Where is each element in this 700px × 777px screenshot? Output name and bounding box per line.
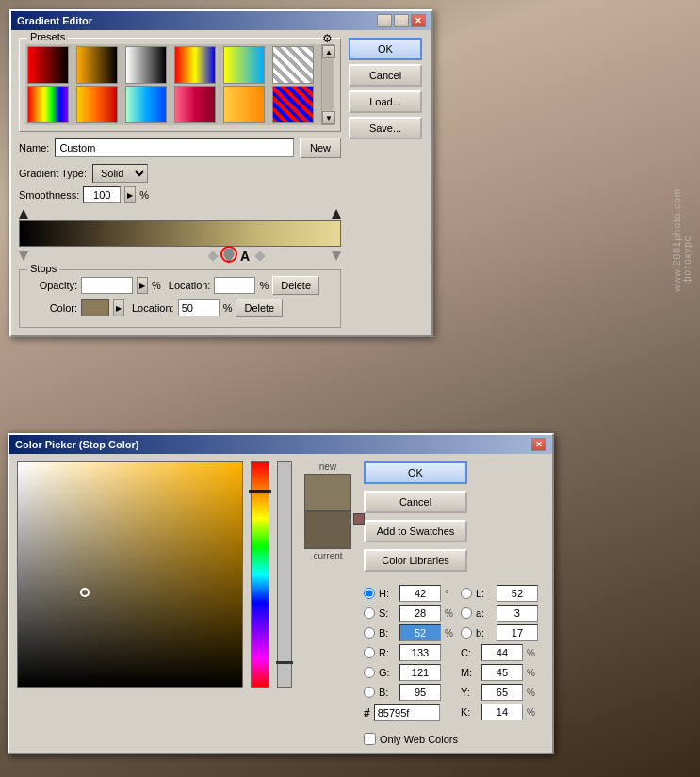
y-label: Y: bbox=[461, 687, 478, 698]
cancel-button[interactable]: Cancel bbox=[349, 64, 422, 87]
ok-button[interactable]: OK bbox=[349, 38, 422, 60]
preset-item[interactable] bbox=[125, 46, 167, 84]
m-input[interactable] bbox=[481, 664, 523, 681]
color-swatch[interactable] bbox=[81, 299, 109, 316]
preset-item[interactable] bbox=[76, 86, 118, 123]
hue-slider[interactable] bbox=[251, 461, 269, 688]
preview-stack bbox=[304, 474, 351, 549]
gradient-bar[interactable] bbox=[19, 220, 341, 247]
preset-item[interactable] bbox=[272, 86, 314, 123]
midpoint-diamond-right[interactable] bbox=[254, 251, 265, 261]
preset-item[interactable] bbox=[272, 46, 314, 84]
smoothness-step-button[interactable]: ▶ bbox=[124, 186, 136, 203]
delete-button-2[interactable]: Delete bbox=[236, 299, 283, 317]
presets-scrollbar[interactable]: ▲ ▼ bbox=[321, 44, 334, 125]
scroll-thumb[interactable] bbox=[323, 59, 333, 110]
close-button[interactable]: ✕ bbox=[411, 14, 426, 27]
picker-cancel-button[interactable]: Cancel bbox=[364, 491, 467, 513]
color-picker-close-button[interactable]: ✕ bbox=[531, 438, 546, 451]
preset-item[interactable] bbox=[223, 86, 265, 123]
preset-item[interactable] bbox=[27, 46, 69, 84]
g-input[interactable] bbox=[399, 664, 441, 681]
color-libraries-button[interactable]: Color Libraries bbox=[364, 549, 467, 572]
r-label: R: bbox=[379, 647, 396, 658]
l-radio[interactable] bbox=[461, 588, 472, 599]
color-arrow-button[interactable]: ▶ bbox=[113, 299, 124, 316]
preset-item[interactable] bbox=[27, 86, 69, 123]
a-input[interactable] bbox=[497, 605, 538, 622]
s-input[interactable] bbox=[399, 605, 441, 622]
k-input[interactable] bbox=[481, 704, 523, 720]
s-radio[interactable] bbox=[364, 607, 375, 619]
gradient-bar-top bbox=[19, 209, 341, 219]
color-spectrum[interactable] bbox=[17, 461, 243, 688]
gradient-type-select[interactable]: Solid Noise bbox=[92, 164, 148, 183]
picker-ok-button[interactable]: OK bbox=[364, 461, 467, 484]
delete-button-1[interactable]: Delete bbox=[272, 276, 319, 295]
r-input[interactable] bbox=[399, 644, 441, 661]
b-radio[interactable] bbox=[364, 627, 375, 639]
color-stop-right[interactable] bbox=[332, 251, 341, 261]
presets-section: Presets ⚙ bbox=[19, 38, 341, 132]
c-input[interactable] bbox=[481, 644, 523, 661]
g-radio[interactable] bbox=[364, 667, 375, 678]
h-input[interactable] bbox=[399, 585, 441, 602]
new-color-preview[interactable] bbox=[304, 474, 351, 511]
selected-stop-wrapper[interactable] bbox=[223, 249, 235, 264]
preset-item[interactable] bbox=[76, 46, 118, 84]
color-label: Color: bbox=[25, 302, 77, 314]
h-radio[interactable] bbox=[364, 588, 375, 599]
location-input-1[interactable] bbox=[214, 277, 255, 294]
opacity-input[interactable] bbox=[81, 277, 133, 294]
a-radio[interactable] bbox=[461, 607, 472, 619]
color-stop-left[interactable] bbox=[19, 251, 28, 261]
add-to-swatches-button[interactable]: Add to Swatches bbox=[364, 520, 467, 542]
only-web-colors-checkbox[interactable] bbox=[364, 733, 376, 745]
b2-input[interactable] bbox=[399, 684, 441, 701]
preset-item[interactable] bbox=[174, 46, 216, 84]
load-button[interactable]: Load... bbox=[349, 90, 422, 113]
opacity-step-button[interactable]: ▶ bbox=[137, 277, 148, 294]
gradient-type-row: Gradient Type: Solid Noise bbox=[19, 164, 341, 183]
current-color-preview bbox=[304, 511, 351, 549]
scroll-up-button[interactable]: ▲ bbox=[322, 45, 335, 58]
alpha-slider[interactable] bbox=[277, 461, 292, 688]
g-label: G: bbox=[379, 667, 396, 678]
b3-input[interactable] bbox=[497, 624, 538, 641]
b3-row: b: bbox=[461, 624, 538, 641]
midpoint-diamond-left[interactable] bbox=[207, 251, 218, 261]
b-input[interactable] bbox=[399, 624, 441, 641]
c-row: C: % bbox=[461, 644, 538, 661]
maximize-button[interactable]: □ bbox=[394, 14, 409, 27]
opacity-stop-left[interactable] bbox=[19, 209, 28, 219]
minimize-button[interactable]: _ bbox=[377, 14, 392, 27]
smoothness-input[interactable] bbox=[83, 186, 121, 203]
k-row: K: % bbox=[461, 704, 538, 720]
l-input[interactable] bbox=[497, 585, 538, 602]
preset-item[interactable] bbox=[223, 46, 265, 84]
b2-row: B: bbox=[364, 684, 453, 701]
hex-input[interactable] bbox=[374, 704, 440, 721]
y-input[interactable] bbox=[481, 684, 523, 701]
current-label: current bbox=[313, 551, 342, 561]
gradient-bar-container: A bbox=[19, 209, 341, 264]
name-input[interactable] bbox=[55, 138, 294, 157]
opacity-stop-right[interactable] bbox=[332, 209, 341, 219]
scroll-down-button[interactable]: ▼ bbox=[322, 111, 335, 124]
preset-item[interactable] bbox=[174, 86, 216, 123]
b3-radio[interactable] bbox=[461, 627, 472, 639]
hex-row: # bbox=[364, 704, 453, 721]
b2-radio[interactable] bbox=[364, 687, 375, 698]
presets-gear-icon[interactable]: ⚙ bbox=[322, 32, 333, 45]
r-row: R: bbox=[364, 644, 453, 661]
stops-section: Stops Opacity: ▶ % Location: % Delete Co… bbox=[19, 269, 341, 328]
gradient-editor-right: OK Cancel Load... Save... bbox=[349, 38, 424, 328]
color-picker-titlebar-buttons: ✕ bbox=[531, 438, 546, 451]
save-button[interactable]: Save... bbox=[349, 117, 422, 139]
location-input-2[interactable] bbox=[178, 299, 220, 316]
color-alert-icon[interactable] bbox=[353, 513, 365, 525]
new-button[interactable]: New bbox=[300, 138, 341, 158]
r-radio[interactable] bbox=[364, 647, 375, 658]
preset-item[interactable] bbox=[125, 86, 167, 123]
stop-label-a: A bbox=[240, 249, 250, 264]
